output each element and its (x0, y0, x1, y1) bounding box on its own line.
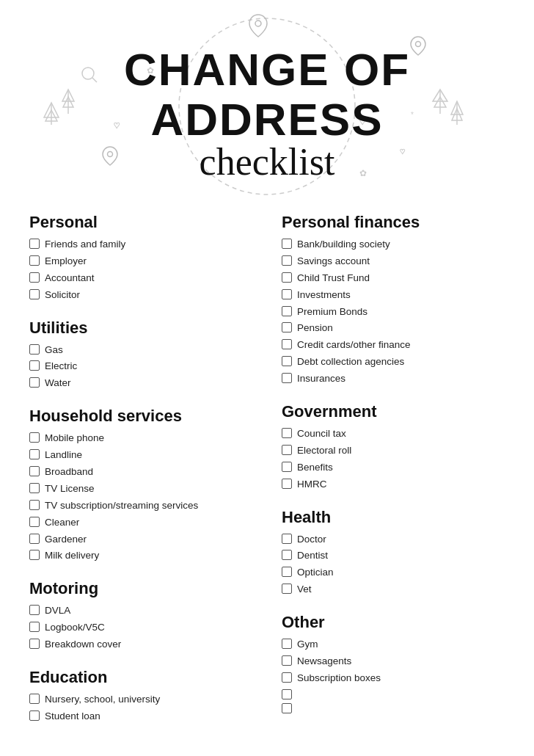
checkbox[interactable] (29, 694, 40, 704)
checkbox[interactable] (29, 344, 40, 355)
section-other: Other Gym Newsagents Subscription boxes (282, 613, 505, 713)
checkbox[interactable] (282, 445, 292, 455)
list-item: Water (29, 377, 252, 390)
svg-point-4 (82, 68, 94, 79)
checkbox[interactable] (282, 672, 292, 683)
checkbox[interactable] (29, 449, 40, 459)
checkbox[interactable] (29, 377, 40, 388)
list-item: Gym (282, 638, 505, 652)
list-item: Doctor (282, 533, 505, 547)
section-personal-finances-title: Personal finances (282, 213, 505, 232)
section-motoring: Motoring DVLA Logbook/V5C Breakdown cove… (29, 579, 252, 652)
health-checklist: Doctor Dentist Optician Vet (282, 533, 505, 597)
education-checklist: Nursery, school, university Student loan (29, 693, 252, 724)
right-column: Personal finances Bank/building society … (267, 213, 505, 740)
section-government-title: Government (282, 402, 505, 421)
checkbox[interactable] (282, 689, 292, 699)
svg-point-1 (255, 21, 261, 26)
checkbox[interactable] (29, 534, 40, 544)
list-item: Subscription boxes (282, 672, 505, 686)
motoring-checklist: DVLA Logbook/V5C Breakdown cover (29, 604, 252, 652)
checkbox[interactable] (29, 517, 40, 527)
checkbox[interactable] (29, 255, 40, 266)
checkbox[interactable] (282, 639, 292, 649)
checkbox[interactable] (282, 428, 292, 438)
list-item: Gardener (29, 533, 252, 547)
checkbox[interactable] (282, 534, 292, 544)
list-item: Pension (282, 321, 505, 335)
list-item: Vet (282, 583, 505, 597)
list-item (282, 702, 505, 713)
checkbox[interactable] (282, 550, 292, 560)
checkbox[interactable] (29, 639, 40, 649)
checkbox[interactable] (29, 360, 40, 371)
left-column: Personal Friends and family Employer Acc… (29, 213, 267, 740)
list-item: Landline (29, 448, 252, 462)
checkbox[interactable] (29, 239, 40, 249)
checkbox[interactable] (282, 655, 292, 666)
checkbox[interactable] (29, 289, 40, 299)
checkbox[interactable] (282, 306, 292, 316)
checkbox[interactable] (282, 272, 292, 283)
list-item: Gas (29, 344, 252, 357)
list-item: Insurances (282, 372, 505, 386)
list-item: Savings account (282, 255, 505, 269)
svg-text:♥: ♥ (114, 119, 120, 131)
section-other-title: Other (282, 613, 505, 632)
checkbox[interactable] (29, 605, 40, 615)
section-personal: Personal Friends and family Employer Acc… (29, 213, 252, 302)
checkbox[interactable] (282, 479, 292, 489)
list-item: DVLA (29, 604, 252, 618)
section-utilities: Utilities Gas Electric Water (29, 319, 252, 391)
section-motoring-title: Motoring (29, 579, 252, 598)
list-item: HMRC (282, 478, 505, 492)
list-item: TV License (29, 482, 252, 496)
checkbox[interactable] (29, 432, 40, 443)
list-item: Employer (29, 255, 252, 269)
title-line3: checklist (124, 141, 410, 183)
list-item: Accountant (29, 272, 252, 286)
checkbox[interactable] (29, 483, 40, 493)
content: Personal Friends and family Employer Acc… (0, 213, 534, 755)
personal-checklist: Friends and family Employer Accountant S… (29, 238, 252, 302)
list-item: Friends and family (29, 238, 252, 252)
list-item (282, 688, 505, 699)
svg-line-5 (92, 78, 97, 82)
checkbox[interactable] (282, 584, 292, 594)
section-utilities-title: Utilities (29, 319, 252, 338)
checkbox[interactable] (282, 239, 292, 249)
checkbox[interactable] (282, 462, 292, 472)
checkbox[interactable] (29, 500, 40, 510)
section-education: Education Nursery, school, university St… (29, 668, 252, 724)
list-item: Solicitor (29, 288, 252, 302)
checkbox[interactable] (282, 703, 292, 713)
checkbox[interactable] (29, 272, 40, 283)
utilities-checklist: Gas Electric Water (29, 344, 252, 391)
list-item: Council tax (282, 427, 505, 441)
checkbox[interactable] (282, 339, 292, 349)
checkbox[interactable] (29, 550, 40, 560)
list-item: Electric (29, 360, 252, 374)
section-education-title: Education (29, 668, 252, 687)
list-item: Electoral roll (282, 444, 505, 458)
title-line2: ADDRESS (124, 95, 410, 145)
checkbox[interactable] (29, 710, 40, 721)
list-item: Optician (282, 566, 505, 580)
checkbox[interactable] (29, 622, 40, 632)
list-item: Credit cards/other finance (282, 338, 505, 352)
checkbox[interactable] (282, 356, 292, 366)
svg-text:*: * (411, 111, 414, 119)
list-item: Milk delivery (29, 549, 252, 563)
checkbox[interactable] (282, 373, 292, 383)
list-item: Benefits (282, 461, 505, 475)
section-health: Health Doctor Dentist Optician Vet (282, 508, 505, 597)
header-title: CHANGE OF ADDRESS checklist (124, 45, 410, 183)
other-checklist: Gym Newsagents Subscription boxes (282, 638, 505, 713)
checkbox[interactable] (282, 567, 292, 577)
checkbox[interactable] (282, 322, 292, 332)
checkbox[interactable] (29, 466, 40, 476)
section-household: Household services Mobile phone Landline… (29, 407, 252, 563)
checkbox[interactable] (282, 289, 292, 299)
section-government: Government Council tax Electoral roll Be… (282, 402, 505, 492)
checkbox[interactable] (282, 255, 292, 266)
